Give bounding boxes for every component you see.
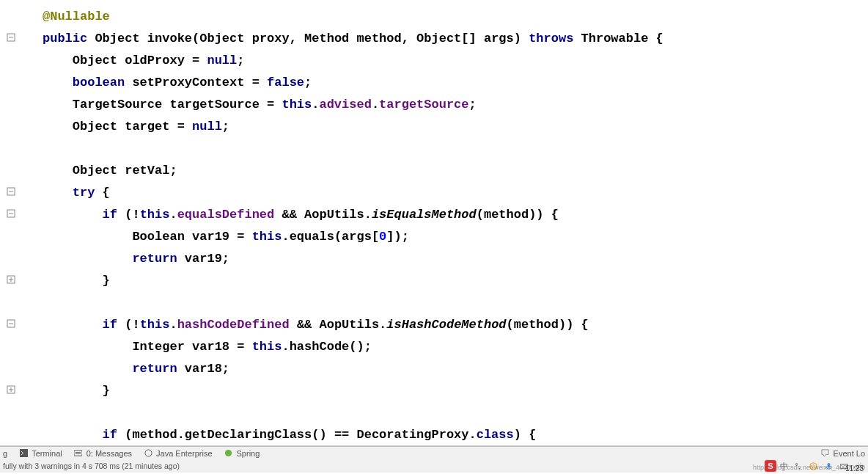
code-text: Integer var18 = — [43, 340, 252, 354]
method-name: invoke — [147, 32, 192, 45]
code-text: Object target = — [43, 120, 192, 134]
toolbar-item-event-log[interactable]: Event Lo — [820, 448, 865, 459]
toolbar-item-messages[interactable]: 0: Messages — [73, 448, 132, 459]
code-text: . — [169, 318, 177, 332]
balloon-icon — [820, 448, 831, 459]
gutter — [0, 0, 22, 445]
code-text: var19; — [177, 252, 229, 266]
literal-null: null — [207, 54, 237, 68]
svg-rect-14 — [20, 449, 28, 457]
java-icon — [142, 448, 154, 459]
build-status-text: fully with 3 warnings in 4 s 708 ms (21 … — [3, 462, 180, 470]
code-text: (! — [117, 208, 140, 222]
label: g — [3, 449, 7, 458]
method-call: isHashCodeMethod — [386, 318, 506, 332]
keyword-throws: throws — [529, 32, 573, 45]
keyword-this: this — [140, 208, 170, 222]
label: Java Enterprise — [156, 449, 212, 458]
code-text: .hashCode(); — [282, 340, 371, 354]
code-text: } — [43, 274, 110, 288]
code-text: . — [169, 208, 177, 222]
keyword-this: this — [282, 98, 312, 112]
method-call: isEqualsMethod — [372, 208, 477, 222]
code-text: Object retVal; — [43, 164, 177, 178]
tool-window-bar: g Terminal 0: Messages Java Enterprise S… — [0, 446, 868, 459]
code-text: Throwable { — [573, 32, 663, 45]
code-text: setProxyContext = — [125, 76, 267, 90]
collapse-icon[interactable] — [6, 186, 16, 197]
code-text: ) { — [514, 428, 537, 442]
label: Event Lo — [834, 449, 865, 458]
keyword-class: class — [477, 428, 514, 442]
code-text: (Object proxy, Method method, Object[] a… — [192, 32, 529, 45]
collapse-icon[interactable] — [6, 318, 16, 329]
code-text: && AopUtils. — [274, 208, 372, 222]
keyword-boolean: boolean — [43, 76, 125, 90]
svg-rect-15 — [74, 451, 82, 456]
keyword-if: if — [43, 428, 117, 442]
messages-icon — [73, 448, 84, 459]
code-text: ; — [237, 54, 244, 68]
toolbar-item-java-enterprise[interactable]: Java Enterprise — [142, 448, 212, 459]
keyword-try: try — [43, 186, 95, 200]
code-text: var18; — [177, 362, 229, 376]
keyword-this: this — [252, 230, 282, 244]
svg-point-18 — [144, 450, 151, 456]
toolbar-item-terminal[interactable]: Terminal — [18, 448, 62, 459]
literal-null: null — [192, 120, 222, 134]
code-text: . — [312, 98, 319, 112]
collapse-icon[interactable] — [6, 32, 16, 43]
code-text: Object oldProxy = — [43, 54, 207, 68]
literal-false: false — [267, 76, 304, 90]
field-ref: equalsDefined — [177, 208, 275, 222]
code-text: (method.getDeclaringClass() == Decoratin… — [117, 428, 477, 442]
code-text: ; — [469, 98, 477, 112]
toolbar-item-spring[interactable]: Spring — [223, 448, 260, 459]
code-text: ; — [222, 120, 229, 134]
status-bar: fully with 3 warnings in 4 s 708 ms (21 … — [0, 459, 868, 473]
annotation: @Nullable — [43, 10, 110, 23]
label: Spring — [237, 449, 260, 458]
code-text: Object — [95, 32, 147, 45]
collapse-icon[interactable] — [6, 208, 16, 219]
svg-point-19 — [225, 450, 232, 456]
code-editor[interactable]: @Nullable public Object invoke(Object pr… — [22, 0, 868, 445]
label: Terminal — [32, 449, 62, 458]
keyword-if: if — [43, 208, 117, 222]
field-ref: hashCodeDefined — [177, 318, 290, 332]
toolbar-item-g[interactable]: g — [3, 449, 7, 458]
code-text: Boolean var19 = — [43, 230, 252, 244]
expand-icon[interactable] — [6, 274, 16, 285]
code-text: . — [372, 98, 379, 112]
code-text: ]); — [386, 230, 409, 244]
number-literal: 0 — [379, 230, 386, 244]
code-text: .equals(args[ — [282, 230, 379, 244]
field-ref: targetSource — [379, 98, 468, 112]
keyword-this: this — [252, 340, 282, 354]
code-text: (method)) { — [477, 208, 559, 222]
editor-container: @Nullable public Object invoke(Object pr… — [0, 0, 868, 446]
code-text: (method)) { — [507, 318, 589, 332]
field-ref: advised — [319, 98, 371, 112]
code-text: { — [95, 186, 109, 200]
code-text: ; — [304, 76, 312, 90]
keyword-return: return — [43, 362, 177, 376]
spring-icon — [223, 448, 235, 459]
code-text: && AopUtils. — [290, 318, 387, 332]
keyword-if: if — [43, 318, 117, 332]
label: 0: Messages — [87, 449, 132, 458]
code-text: (! — [117, 318, 140, 332]
terminal-icon — [18, 448, 29, 459]
expand-icon[interactable] — [6, 384, 16, 395]
clock-text: 11:23 — [845, 464, 864, 473]
keyword-return: return — [43, 252, 177, 266]
code-text: } — [43, 384, 110, 398]
keyword-public: public — [43, 32, 87, 45]
keyword-this: this — [140, 318, 170, 332]
code-text: TargetSource targetSource = — [43, 98, 282, 112]
